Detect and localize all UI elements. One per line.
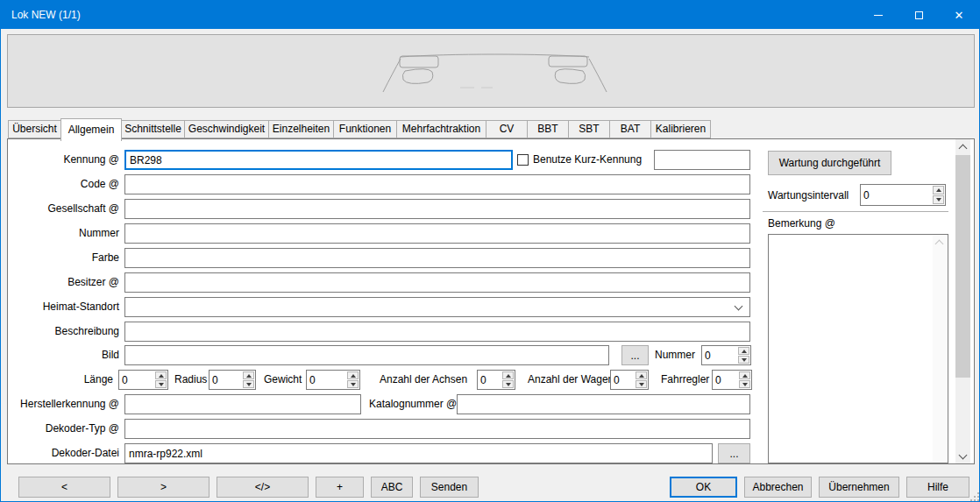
ok-button[interactable]: OK bbox=[670, 477, 737, 498]
anzahl-achsen-spin-up[interactable] bbox=[502, 371, 514, 379]
abbrechen-button[interactable]: Abbrechen bbox=[744, 477, 812, 498]
herstellerkennung-input[interactable] bbox=[124, 394, 361, 414]
code-view-button[interactable]: </> bbox=[217, 477, 309, 498]
resize-grip-icon[interactable] bbox=[974, 496, 976, 498]
anzahl-achsen-spinner bbox=[477, 370, 515, 390]
farbe-input[interactable] bbox=[124, 248, 750, 268]
tab-sbt[interactable]: SBT bbox=[568, 120, 610, 138]
bild-nummer-spin-down[interactable] bbox=[738, 356, 749, 364]
scrollbar-thumb[interactable] bbox=[955, 155, 970, 378]
wartungsintervall-input[interactable] bbox=[861, 185, 932, 205]
laenge-spinner bbox=[118, 370, 168, 390]
wartung-durchgefuehrt-button[interactable]: Wartung durchgeführt bbox=[768, 151, 891, 175]
katalognummer-input[interactable] bbox=[457, 394, 750, 414]
bemerkung-scrollbar[interactable] bbox=[933, 235, 947, 463]
anzahl-wagen-spin-down[interactable] bbox=[636, 380, 647, 388]
tab-allgemein[interactable]: Allgemein bbox=[60, 118, 122, 141]
anzahl-achsen-input[interactable] bbox=[478, 371, 501, 389]
spinner-down-icon bbox=[351, 383, 356, 386]
besitzer-input[interactable] bbox=[124, 272, 750, 293]
spinner-down-icon bbox=[936, 198, 941, 202]
scrollbar-up-button[interactable] bbox=[955, 139, 970, 154]
bild-input[interactable] bbox=[124, 345, 609, 365]
katalognummer-label: Katalognummer @ bbox=[369, 394, 457, 414]
bild-nummer-label: Nummer bbox=[655, 345, 695, 365]
gewicht-spin-down[interactable] bbox=[347, 380, 359, 388]
tab-mehrfachtraktion[interactable]: Mehrfachtraktion bbox=[396, 120, 486, 138]
spinner-down-icon bbox=[742, 383, 748, 386]
laenge-spin-up[interactable] bbox=[155, 371, 167, 379]
close-icon: ✕ bbox=[955, 9, 964, 22]
wartungsintervall-spin-down[interactable] bbox=[933, 195, 944, 204]
radius-spinner bbox=[209, 370, 256, 390]
scrollbar-down-button[interactable] bbox=[955, 449, 970, 463]
bild-browse-button[interactable]: ... bbox=[621, 345, 649, 365]
maximize-icon bbox=[915, 11, 923, 19]
abc-button[interactable]: ABC bbox=[371, 477, 413, 498]
laenge-input[interactable] bbox=[119, 371, 154, 389]
fahrregler-input[interactable] bbox=[713, 371, 738, 389]
titlebar[interactable]: Lok NEW (1/1) ✕ bbox=[1, 1, 979, 29]
spinner-up-icon bbox=[246, 374, 252, 378]
tab-bat[interactable]: BAT bbox=[609, 120, 651, 138]
tab-geschwindigkeit[interactable]: Geschwindigkeit bbox=[184, 120, 269, 138]
fahrregler-spin-up[interactable] bbox=[739, 371, 750, 379]
nummer-input[interactable] bbox=[124, 223, 750, 244]
fahrregler-label: Fahrregler bbox=[661, 370, 709, 390]
next-button[interactable]: > bbox=[117, 477, 209, 498]
spinner-up-icon bbox=[742, 374, 748, 378]
tab-uebersicht[interactable]: Übersicht bbox=[8, 120, 61, 138]
senden-button[interactable]: Senden bbox=[420, 477, 479, 498]
fahrregler-spin-down[interactable] bbox=[739, 380, 750, 388]
tab-cv[interactable]: CV bbox=[486, 120, 528, 138]
beschreibung-label: Beschreibung bbox=[7, 322, 119, 342]
radius-input[interactable] bbox=[209, 371, 242, 389]
kennung-input[interactable] bbox=[124, 150, 513, 170]
herstellerkennung-label: Herstellerkennung @ bbox=[7, 394, 119, 414]
spinner-up-icon bbox=[506, 374, 511, 378]
prev-button[interactable]: < bbox=[18, 477, 110, 498]
dekoder-typ-input[interactable] bbox=[124, 419, 750, 439]
spinner-down-icon bbox=[742, 358, 747, 362]
tab-kalibrieren[interactable]: Kalibrieren bbox=[650, 120, 711, 138]
laenge-spin-down[interactable] bbox=[155, 380, 167, 388]
radius-label: Radius bbox=[174, 370, 207, 390]
spinner-up-icon bbox=[742, 350, 747, 353]
beschreibung-input[interactable] bbox=[124, 322, 750, 342]
bild-label: Bild bbox=[7, 345, 119, 365]
radius-spin-up[interactable] bbox=[243, 371, 254, 379]
radius-spin-down[interactable] bbox=[243, 380, 254, 388]
gewicht-input[interactable] bbox=[307, 371, 346, 389]
maximize-button[interactable] bbox=[898, 1, 939, 29]
anzahl-wagen-spin-up[interactable] bbox=[636, 371, 647, 379]
panel-scrollbar[interactable] bbox=[955, 139, 970, 463]
dekoder-datei-browse-button[interactable]: ... bbox=[718, 443, 750, 463]
anzahl-achsen-spin-down[interactable] bbox=[502, 380, 514, 388]
bild-nummer-input[interactable] bbox=[702, 346, 737, 364]
tab-schnittstelle[interactable]: Schnittstelle bbox=[121, 120, 185, 138]
heimat-standort-combobox[interactable] bbox=[124, 297, 750, 317]
minimize-button[interactable] bbox=[858, 1, 898, 29]
kurz-kennung-input[interactable] bbox=[654, 150, 750, 170]
add-button[interactable]: + bbox=[316, 477, 364, 498]
code-input[interactable] bbox=[124, 174, 750, 194]
bemerkung-textarea[interactable] bbox=[768, 234, 948, 463]
gewicht-spin-up[interactable] bbox=[347, 371, 359, 379]
anzahl-wagen-input[interactable] bbox=[611, 371, 635, 389]
spinner-up-icon bbox=[936, 188, 941, 192]
code-label: Code @ bbox=[7, 174, 119, 194]
gesellschaft-input[interactable] bbox=[124, 199, 750, 219]
tab-einzelheiten[interactable]: Einzelheiten bbox=[268, 120, 334, 138]
tab-bbt[interactable]: BBT bbox=[527, 120, 569, 138]
dekoder-datei-input[interactable] bbox=[124, 443, 713, 463]
farbe-label: Farbe bbox=[7, 248, 119, 268]
kurz-kennung-checkbox[interactable] bbox=[517, 154, 529, 166]
uebernehmen-button[interactable]: Übernehmen bbox=[819, 477, 899, 498]
gesellschaft-label: Gesellschaft @ bbox=[7, 199, 119, 219]
close-button[interactable]: ✕ bbox=[939, 1, 979, 29]
bild-nummer-spin-up[interactable] bbox=[738, 347, 749, 355]
tab-funktionen[interactable]: Funktionen bbox=[333, 120, 397, 138]
hilfe-button[interactable]: Hilfe bbox=[906, 477, 969, 498]
spinner-down-icon bbox=[639, 383, 644, 386]
wartungsintervall-spin-up[interactable] bbox=[933, 186, 944, 194]
